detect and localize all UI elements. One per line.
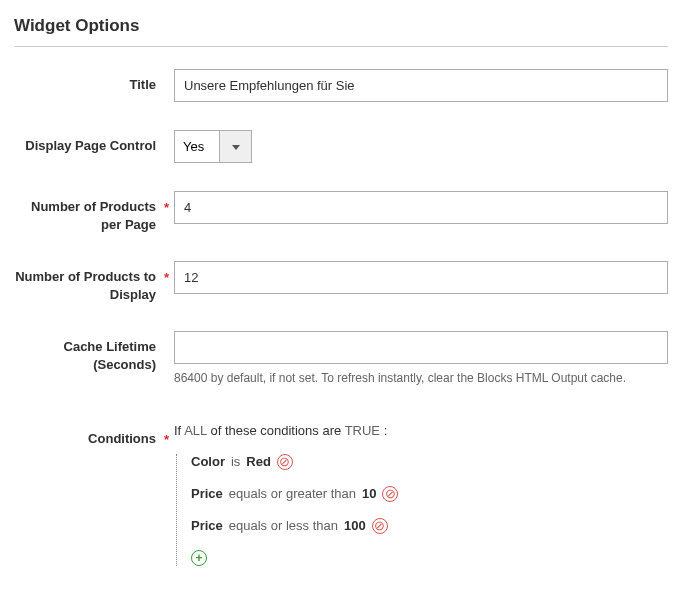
condition-value[interactable]: 100 [344,518,366,533]
condition-rule: Price equals or greater than 10 [191,486,668,502]
conditions-rules-block: Color is Red Price equals or greater tha… [176,454,668,566]
field-row-products-to-display: Number of Products to Display * [14,261,668,303]
condition-operator[interactable]: is [231,454,240,469]
label-display-page-control: Display Page Control [14,130,174,155]
field-row-conditions: Conditions * If ALL of these conditions … [14,423,668,582]
condition-value[interactable]: 10 [362,486,376,501]
condition-attribute[interactable]: Price [191,518,223,533]
section-title: Widget Options [14,10,668,47]
required-star: * [164,199,169,217]
conditions-value[interactable]: TRUE [345,423,380,438]
condition-rule: Color is Red [191,454,668,470]
condition-value[interactable]: Red [246,454,271,469]
remove-icon[interactable] [277,454,293,470]
label-title: Title [14,69,174,94]
remove-icon[interactable] [382,486,398,502]
field-row-title: Title [14,69,668,102]
condition-operator[interactable]: equals or greater than [229,486,356,501]
label-products-to-display: Number of Products to Display * [14,261,174,303]
cache-lifetime-note: 86400 by default, if not set. To refresh… [174,370,668,387]
conditions-aggregator[interactable]: ALL [184,423,207,438]
condition-attribute[interactable]: Color [191,454,225,469]
label-products-per-page: Number of Products per Page * [14,191,174,233]
remove-icon[interactable] [372,518,388,534]
cache-lifetime-input[interactable] [174,331,668,364]
field-row-cache-lifetime: Cache Lifetime (Seconds) 86400 by defaul… [14,331,668,387]
display-page-control-select-wrap[interactable]: Yes No [174,130,252,163]
required-star: * [164,431,169,449]
required-star: * [164,269,169,287]
condition-add-row [191,550,668,566]
title-input[interactable] [174,69,668,102]
display-page-control-select[interactable]: Yes No [174,130,219,163]
field-row-products-per-page: Number of Products per Page * [14,191,668,233]
products-per-page-input[interactable] [174,191,668,224]
svg-marker-0 [232,145,240,150]
dropdown-arrow-icon[interactable] [219,130,252,163]
label-cache-lifetime: Cache Lifetime (Seconds) [14,331,174,373]
label-conditions: Conditions * [14,423,174,448]
condition-operator[interactable]: equals or less than [229,518,338,533]
field-row-display-page-control: Display Page Control Yes No [14,130,668,163]
condition-rule: Price equals or less than 100 [191,518,668,534]
products-to-display-input[interactable] [174,261,668,294]
condition-attribute[interactable]: Price [191,486,223,501]
add-icon[interactable] [191,550,207,566]
conditions-root-line: If ALL of these conditions are TRUE : [174,423,668,438]
